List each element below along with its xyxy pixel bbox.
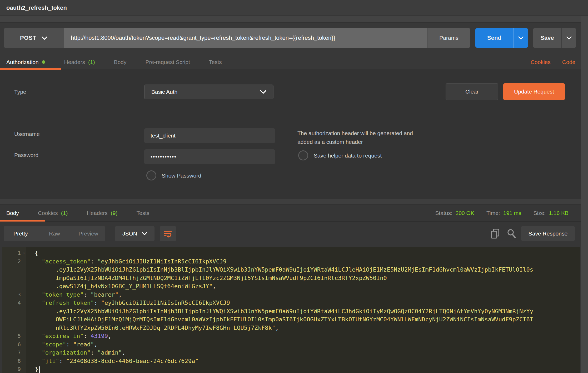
meta-value: 1.16 KB [549,210,569,216]
tab-body[interactable]: Body [114,59,127,65]
code-token: "read" [73,341,94,348]
format-dropdown[interactable]: JSON [115,226,155,241]
code-line: "expires_in": 43199, [26,332,579,340]
show-password-label: Show Password [162,173,201,179]
line-number-blank [2,266,26,274]
line-number: 7 [2,349,26,357]
meta-label: Status: [435,210,452,216]
search-response-button[interactable] [506,228,517,239]
response-section: BodyCookies(1)Headers(9)Tests Status:200… [0,205,581,373]
code-token: "refresh_token" [42,300,94,306]
meta-value: 191 ms [503,210,521,216]
header-subband [0,16,588,22]
meta-value: 200 OK [456,210,474,216]
tab-label: Pre-request Script [146,59,190,65]
tab-label: Headers [64,59,85,65]
params-button[interactable]: Params [427,28,470,48]
code-token: "organization" [42,349,91,356]
view-preview[interactable]: Preview [71,230,105,237]
auth-helper-text: The authorization header will be generat… [297,129,423,146]
save-button[interactable]: Save [533,28,561,48]
authorization-panel: Type Basic Auth Clear Update Request Use… [0,70,581,199]
tab-pre-request-script[interactable]: Pre-request Script [146,59,190,65]
code-token [35,291,42,298]
view-raw[interactable]: Raw [38,230,72,237]
line-number: 4 [2,299,26,307]
save-button-group: Save [533,28,576,48]
show-password-toggle[interactable] [146,170,156,180]
update-request-label: Update Request [514,89,554,95]
code-link[interactable]: Code [562,59,575,65]
code-token: "token_type" [42,291,84,298]
code-token [35,316,56,323]
line-number-blank [2,274,26,282]
method-label: POST [20,35,36,41]
code-token: .qawS1Z4j_h4vNx10GBC_Y_PHM1LLSQt64eniWLG… [56,283,212,289]
clear-label: Clear [465,89,479,95]
save-helper-label: Save helper data to request [314,153,382,159]
fold-caret-icon[interactable]: ▾ [23,249,25,257]
tab-headers[interactable]: Headers(1) [64,59,95,65]
code-line: .qawS1Z4j_h4vNx10GBC_Y_PHM1LLSQt64eniWLG… [26,282,579,291]
tab-tests[interactable]: Tests [209,59,222,65]
tab-tests[interactable]: Tests [136,210,149,216]
password-input[interactable] [144,149,275,164]
request-section: POST http://host1:8000/oauth/token?scope… [0,23,581,70]
method-dropdown[interactable]: POST [4,28,64,48]
code-token: : [83,333,91,339]
tab-body[interactable]: Body [6,210,19,216]
code-line: Imp0aSI6IjIzNDA4ZDM4LThjZGMtNDQ2MC1iZWFj… [26,274,579,282]
line-number: 2 [2,257,26,266]
code-token [35,266,56,273]
url-input[interactable]: http://host1:8000/oauth/token?scope=read… [64,28,427,48]
code-token: nRlc3RfY2xpZW50In0.eHRWxFZDJDq_2RDPL4Dhy… [56,325,275,331]
cookies-link[interactable]: Cookies [531,59,551,65]
send-options-button[interactable] [513,28,528,48]
line-number-blank [2,324,26,332]
tab-count-badge: (1) [61,210,68,216]
response-time-meta: Time:191 ms [486,210,521,216]
tab-label: Body [114,59,127,65]
send-button[interactable]: Send [475,28,513,48]
update-request-button[interactable]: Update Request [503,83,565,100]
save-options-button[interactable] [561,28,576,48]
code-token: "eyJhbGciOiJIUzI1NiIsInR5cCI6IkpXVCJ9 [97,258,226,265]
copy-response-button[interactable] [490,228,501,239]
save-helper-toggle[interactable] [298,150,308,160]
code-line: nRlc3RfY2xpZW50In0.eHRWxFZDJDq_2RDPL4Dhy… [26,324,579,332]
auth-type-select[interactable]: Basic Auth [144,85,273,99]
code-token: , [94,341,97,348]
code-token [35,275,56,281]
request-title: oauth2_refresh_token [6,4,67,11]
save-response-button[interactable]: Save Response [521,226,575,241]
save-label: Save [540,35,554,41]
view-pretty[interactable]: Pretty [4,230,38,237]
code-token: : [91,349,98,356]
code-token [35,341,42,348]
response-body-editor[interactable]: 1▾23456789 { "access_token": "eyJhbGciOi… [2,247,580,373]
save-response-label: Save Response [529,230,567,237]
code-token [35,333,42,339]
app-scrollbar[interactable] [581,16,588,373]
code-token: : [94,300,101,306]
type-label: Type [14,89,26,95]
code-token [35,325,56,331]
response-tabs: BodyCookies(1)Headers(9)Tests Status:200… [0,205,581,222]
meta-label: Size: [534,210,546,216]
code-line: .eyJ1c2VyX25hbWUiOiJhZG1pbiIsInNjb3BlIjp… [26,266,579,274]
tab-cookies[interactable]: Cookies(1) [38,210,68,216]
send-button-group: Send [475,28,528,48]
code-token: , [118,291,122,298]
tab-authorization[interactable]: Authorization [6,59,45,65]
username-input[interactable] [144,128,275,143]
response-status-meta: Status:200 OK [435,210,474,216]
code-line: "jti": "23408d38-8cdc-4460-beac-24c76dc7… [26,357,579,365]
wrap-text-button[interactable] [160,226,176,241]
text-cursor [39,366,40,373]
clear-button[interactable]: Clear [446,83,498,100]
code-token [35,308,56,315]
code-token: "expires_in" [42,333,84,339]
username-label: Username [14,131,40,137]
tab-headers[interactable]: Headers(9) [87,210,117,216]
url-text: http://host1:8000/oauth/token?scope=read… [71,35,335,41]
